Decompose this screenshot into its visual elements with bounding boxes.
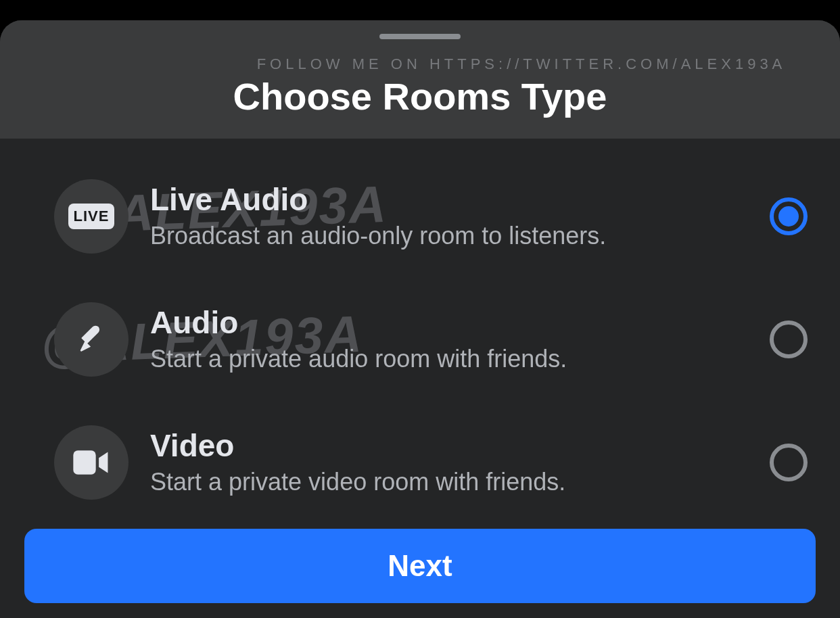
option-title: Video [150, 427, 748, 464]
watermark-top: FOLLOW ME ON HTTPS://TWITTER.COM/ALEX193… [0, 55, 840, 73]
sheet-grabber[interactable] [379, 34, 461, 39]
option-title: Live Audio [150, 181, 748, 218]
svg-rect-0 [73, 450, 95, 475]
live-badge-icon: LIVE [54, 179, 129, 254]
bottom-sheet: FOLLOW ME ON HTTPS://TWITTER.COM/ALEX193… [0, 20, 840, 618]
option-desc: Start a private video room with friends. [150, 467, 748, 498]
option-text: Video Start a private video room with fr… [150, 427, 748, 498]
option-live-audio[interactable]: LIVE Live Audio Broadcast an audio-only … [0, 155, 840, 278]
live-badge-label: LIVE [68, 204, 115, 229]
microphone-icon [54, 302, 129, 377]
video-camera-icon [54, 425, 129, 500]
option-video[interactable]: Video Start a private video room with fr… [0, 401, 840, 524]
option-desc: Start a private audio room with friends. [150, 343, 748, 375]
option-audio[interactable]: Audio Start a private audio room with fr… [0, 278, 840, 401]
option-text: Audio Start a private audio room with fr… [150, 304, 748, 375]
radio-dot-icon [778, 206, 799, 227]
option-desc: Broadcast an audio-only room to listener… [150, 220, 748, 252]
sheet-header: FOLLOW ME ON HTTPS://TWITTER.COM/ALEX193… [0, 20, 840, 139]
radio-live-audio[interactable] [770, 197, 808, 235]
option-text: Live Audio Broadcast an audio-only room … [150, 181, 748, 252]
option-title: Audio [150, 304, 748, 341]
options-list: LIVE Live Audio Broadcast an audio-only … [0, 139, 840, 540]
radio-video[interactable] [770, 444, 808, 481]
radio-audio[interactable] [770, 320, 808, 358]
next-button[interactable]: Next [24, 529, 816, 603]
sheet-title: Choose Rooms Type [0, 74, 840, 118]
